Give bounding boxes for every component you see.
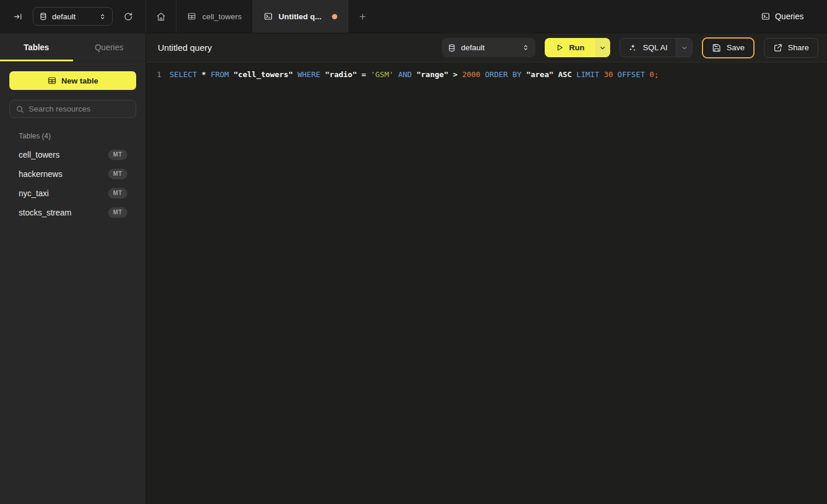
chevron-down-icon — [681, 44, 688, 51]
sql-token: WHERE — [297, 69, 320, 81]
table-name: cell_towers — [19, 150, 108, 159]
save-button[interactable]: Save — [702, 37, 755, 58]
topbar: default cell_towers Untitl — [0, 0, 827, 33]
home-icon — [156, 12, 166, 22]
run-label: Run — [569, 43, 584, 52]
database-icon — [448, 44, 456, 52]
table-list: cell_towers MT hackernews MT nyc_taxi MT… — [0, 145, 146, 222]
share-label: Share — [788, 43, 809, 52]
share-button[interactable]: Share — [764, 38, 818, 58]
sql-token: 'GSM' — [371, 69, 393, 81]
database-icon — [39, 12, 47, 20]
unsaved-changes-dot — [332, 14, 337, 19]
sql-editor[interactable]: 1 SELECT*FROM"cell_towers"WHERE"radio"='… — [146, 62, 827, 504]
queries-label: Queries — [775, 12, 804, 21]
save-floppy-icon — [712, 43, 721, 53]
table-engine-badge: MT — [108, 188, 127, 199]
tab-label: cell_towers — [202, 12, 242, 21]
tables-section-title: Tables (4) — [0, 132, 146, 140]
sidebar-collapse-button[interactable] — [9, 8, 26, 25]
table-engine-badge: MT — [108, 207, 127, 218]
query-header: Untitled query default — [146, 33, 827, 62]
play-icon — [555, 43, 564, 52]
sql-token: "area" — [526, 69, 553, 81]
query-terminal-icon — [264, 12, 273, 21]
refresh-button[interactable] — [120, 8, 136, 25]
table-name: stocks_stream — [19, 208, 108, 217]
sidebar-tab-queries[interactable]: Queries — [73, 33, 146, 61]
share-external-icon — [773, 43, 783, 53]
new-table-label: New table — [61, 77, 98, 85]
sql-token: ORDER — [485, 69, 508, 81]
run-button[interactable]: Run — [545, 38, 595, 57]
new-table-button[interactable]: New table — [9, 71, 136, 90]
sql-token: 2000 — [462, 69, 480, 81]
table-row-nyc-taxi[interactable]: nyc_taxi MT — [0, 183, 146, 203]
chevron-updown-icon — [99, 13, 106, 20]
sql-ai-label: SQL AI — [643, 43, 667, 52]
run-options-caret[interactable] — [595, 38, 610, 57]
sql-token: SELECT — [169, 69, 197, 81]
sql-token: "cell_towers" — [234, 69, 293, 81]
table-name: nyc_taxi — [19, 189, 108, 198]
table-row-stocks-stream[interactable]: stocks_stream MT — [0, 203, 146, 222]
sql-token: 30 — [604, 69, 613, 81]
query-database-label: default — [461, 43, 517, 52]
chevron-updown-icon — [522, 44, 530, 51]
table-icon — [187, 12, 196, 21]
sql-token: > — [453, 69, 458, 81]
sparkles-ai-icon — [628, 43, 638, 53]
sidebar-tab-label: Queries — [95, 43, 123, 52]
topbar-right: Queries — [761, 0, 827, 33]
page-title: Untitled query — [158, 43, 212, 53]
sql-token: AND — [398, 69, 411, 81]
chevron-down-icon — [599, 44, 606, 51]
search-box — [9, 100, 136, 118]
table-engine-badge: MT — [108, 150, 127, 160]
sql-token: = — [362, 69, 366, 81]
sql-ai-button[interactable]: SQL AI — [620, 39, 676, 57]
tab-cell-towers[interactable]: cell_towers — [177, 0, 253, 33]
tab-bar: cell_towers Untitled q... — [146, 0, 376, 33]
sidebar-tabs: Tables Queries — [0, 33, 146, 61]
plus-icon — [358, 12, 367, 21]
table-icon — [47, 76, 57, 85]
sql-query-text[interactable]: SELECT*FROM"cell_towers"WHERE"radio"='GS… — [169, 69, 659, 81]
sidebar: Tables Queries New table Tables (4) cell… — [0, 33, 146, 504]
topbar-database-selector[interactable]: default — [33, 7, 113, 26]
query-database-selector[interactable]: default — [442, 38, 535, 57]
query-terminal-icon — [761, 12, 770, 21]
sql-token: 0; — [649, 69, 659, 81]
sidebar-tab-label: Tables — [24, 43, 49, 52]
table-row-hackernews[interactable]: hackernews MT — [0, 164, 146, 183]
sql-ai-split-button: SQL AI — [620, 38, 693, 57]
table-engine-badge: MT — [108, 169, 127, 179]
sql-token: * — [202, 69, 206, 81]
refresh-icon — [123, 12, 133, 22]
sidebar-tab-tables[interactable]: Tables — [0, 33, 73, 61]
sql-ai-caret[interactable] — [676, 39, 692, 57]
new-tab-button[interactable] — [348, 0, 376, 33]
code-line-1: 1 SELECT*FROM"cell_towers"WHERE"radio"='… — [146, 69, 827, 81]
sql-token: "range" — [416, 69, 448, 81]
queries-button[interactable]: Queries — [761, 12, 804, 21]
topbar-left: default — [0, 0, 146, 33]
search-icon — [16, 105, 24, 113]
main-panel: Untitled query default — [146, 33, 827, 504]
run-split-button: Run — [545, 38, 610, 57]
search-input[interactable] — [29, 105, 130, 113]
save-label: Save — [726, 43, 745, 52]
topbar-database-label: default — [52, 12, 94, 21]
sql-token: "radio" — [325, 69, 357, 81]
sql-token: LIMIT — [576, 69, 599, 81]
sql-token: ASC — [558, 69, 572, 81]
table-row-cell-towers[interactable]: cell_towers MT — [0, 145, 146, 164]
tab-home[interactable] — [146, 0, 177, 33]
tab-label: Untitled q... — [279, 12, 322, 21]
sql-token: OFFSET — [618, 69, 645, 81]
query-toolbar: default Run — [442, 37, 818, 58]
tab-untitled-query[interactable]: Untitled q... — [253, 0, 349, 33]
sql-token: BY — [513, 69, 522, 81]
sql-token: FROM — [210, 69, 229, 81]
sidebar-collapse-icon — [13, 12, 23, 22]
